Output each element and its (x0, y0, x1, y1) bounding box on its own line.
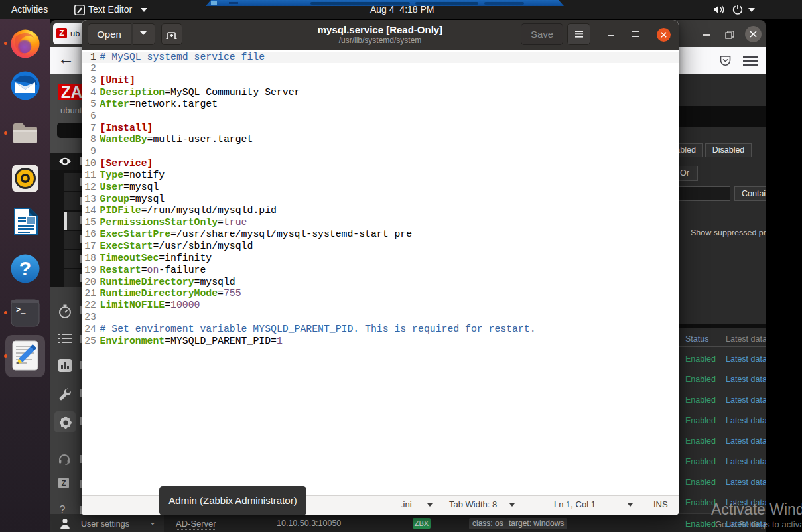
svg-text:>_: >_ (16, 306, 26, 315)
svg-text:Z: Z (62, 479, 66, 487)
svg-text:?: ? (19, 257, 31, 279)
